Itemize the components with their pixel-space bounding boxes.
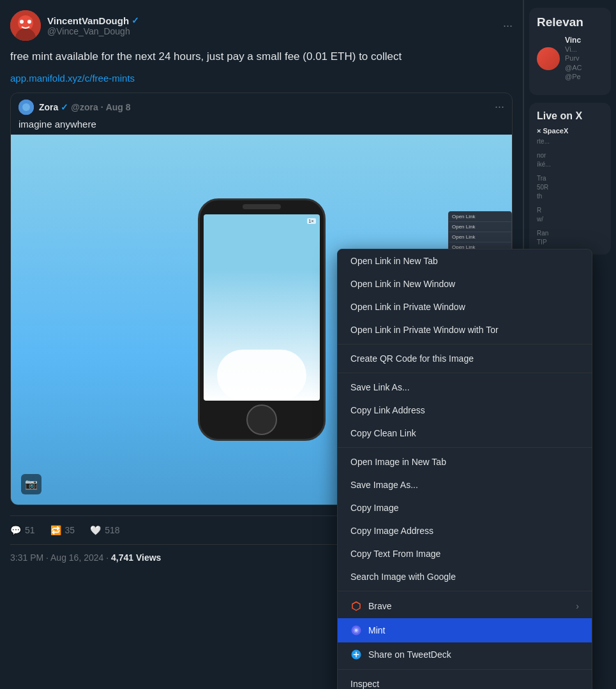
brave-label: Brave bbox=[368, 601, 392, 611]
open-window-label: Open Link in New Window bbox=[350, 279, 455, 289]
quoted-avatar bbox=[19, 100, 34, 115]
retweet-stat[interactable]: 🔁 35 bbox=[50, 525, 75, 535]
separator-1 bbox=[338, 344, 592, 344]
camera-icon: 📷 bbox=[21, 474, 41, 494]
copy-image-address-item[interactable]: Copy Image Address bbox=[338, 519, 592, 542]
separator-3 bbox=[338, 447, 592, 448]
mint-label: Mint bbox=[368, 625, 385, 635]
search-google-label: Search Image with Google bbox=[350, 572, 456, 582]
avatar bbox=[10, 10, 41, 41]
share-tweetdeck-item[interactable]: Share on TweetDeck bbox=[338, 642, 592, 667]
quoted-text: imagine anywhere bbox=[11, 119, 512, 135]
mint-icon bbox=[350, 625, 362, 636]
save-link-label: Save Link As... bbox=[350, 382, 410, 392]
open-new-tab-item[interactable]: Open Link in New Tab bbox=[338, 249, 592, 272]
phone-cloud bbox=[217, 350, 306, 401]
inspect-label: Inspect bbox=[350, 679, 379, 689]
create-qr-item[interactable]: Create QR Code for this Image bbox=[338, 347, 592, 370]
author-info: VincentVanDough ✓ @Vince_Van_Dough bbox=[47, 15, 139, 36]
comment-icon: 💬 bbox=[10, 525, 21, 535]
tweet-header: VincentVanDough ✓ @Vince_Van_Dough ··· bbox=[10, 10, 513, 41]
copy-image-item[interactable]: Copy Image bbox=[338, 496, 592, 519]
open-private-tor-label: Open Link in Private Window with Tor bbox=[350, 325, 499, 335]
phone-bottom bbox=[200, 401, 324, 439]
open-private-label: Open Link in Private Window bbox=[350, 302, 465, 312]
quoted-more-icon[interactable]: ··· bbox=[495, 100, 504, 114]
verified-badge: ✓ bbox=[131, 15, 139, 26]
search-google-item[interactable]: Search Image with Google bbox=[338, 565, 592, 588]
svg-point-3 bbox=[20, 20, 24, 24]
quoted-author-name: Zora ✓ @zora · Aug 8 bbox=[39, 102, 131, 112]
open-private-tor-item[interactable]: Open Link in Private Window with Tor bbox=[338, 318, 592, 341]
svg-point-4 bbox=[27, 20, 31, 24]
quoted-header: Zora ✓ @zora · Aug 8 ··· bbox=[11, 93, 512, 119]
inner-item: Open Link bbox=[449, 222, 511, 232]
tweet-author: VincentVanDough ✓ @Vince_Van_Dough bbox=[10, 10, 139, 41]
save-image-label: Save Image As... bbox=[350, 480, 418, 490]
live-section: Live on X × SpaceX rte... nor íké... Tra… bbox=[529, 103, 611, 255]
inner-item: Open Link bbox=[449, 212, 511, 222]
brave-arrow: › bbox=[576, 601, 579, 611]
separator-2 bbox=[338, 373, 592, 373]
live-item-spacex: × SpaceX bbox=[537, 127, 603, 135]
like-icon: 🤍 bbox=[90, 525, 101, 535]
copy-text-image-item[interactable]: Copy Text From Image bbox=[338, 542, 592, 565]
like-stat[interactable]: 🤍 518 bbox=[90, 525, 119, 535]
author-handle: @Vince_Van_Dough bbox=[47, 26, 139, 36]
open-image-tab-item[interactable]: Open Image in New Tab bbox=[338, 450, 592, 473]
relevant-section: Relevan Vinc Vi... Purv @AC @Pe bbox=[529, 8, 611, 95]
copy-image-address-label: Copy Image Address bbox=[350, 526, 433, 536]
brave-item[interactable]: Brave › bbox=[338, 594, 592, 618]
share-tweetdeck-label: Share on TweetDeck bbox=[368, 649, 451, 660]
copy-link-item[interactable]: Copy Link Address bbox=[338, 399, 592, 422]
separator-4 bbox=[338, 591, 592, 591]
open-private-item[interactable]: Open Link in Private Window bbox=[338, 295, 592, 318]
quoted-verified: ✓ bbox=[61, 102, 68, 112]
svg-point-6 bbox=[22, 103, 30, 111]
copy-clean-item[interactable]: Copy Clean Link bbox=[338, 422, 592, 445]
quoted-author: Zora ✓ @zora · Aug 8 bbox=[19, 100, 131, 115]
open-new-window-item[interactable]: Open Link in New Window bbox=[338, 272, 592, 295]
copy-text-image-label: Copy Text From Image bbox=[350, 549, 440, 559]
comment-stat[interactable]: 💬 51 bbox=[10, 525, 35, 535]
svg-point-9 bbox=[355, 629, 358, 632]
phone-home-button bbox=[246, 404, 277, 435]
more-options-icon[interactable]: ··· bbox=[503, 19, 513, 33]
phone-screen: 1× bbox=[204, 214, 320, 401]
save-image-item[interactable]: Save Image As... bbox=[338, 473, 592, 496]
tweet-text: free mint available for the next 24 hour… bbox=[10, 48, 513, 65]
brave-icon bbox=[350, 600, 362, 612]
sidebar-avatar bbox=[537, 47, 560, 70]
context-menu: Open Link in New Tab Open Link in New Wi… bbox=[337, 249, 592, 689]
separator-5 bbox=[338, 669, 592, 670]
copy-clean-label: Copy Clean Link bbox=[350, 428, 416, 438]
tweetdeck-icon bbox=[350, 649, 362, 660]
relevant-title: Relevan bbox=[537, 15, 603, 29]
retweet-icon: 🔁 bbox=[50, 525, 61, 535]
tweet-link[interactable]: app.manifold.xyz/c/free-mints bbox=[10, 73, 513, 84]
copy-link-label: Copy Link Address bbox=[350, 405, 425, 415]
author-name[interactable]: VincentVanDough ✓ bbox=[47, 15, 139, 26]
inner-item: Open Link bbox=[449, 232, 511, 242]
quoted-date: · bbox=[101, 102, 103, 112]
inspect-item[interactable]: Inspect bbox=[338, 672, 592, 689]
mint-item[interactable]: Mint bbox=[338, 618, 592, 642]
phone-mockup: 1× bbox=[198, 198, 326, 441]
save-link-item[interactable]: Save Link As... bbox=[338, 376, 592, 399]
open-image-tab-label: Open Image in New Tab bbox=[350, 457, 446, 467]
create-qr-label: Create QR Code for this Image bbox=[350, 353, 474, 364]
copy-image-label: Copy Image bbox=[350, 503, 398, 513]
sidebar-user-item: Vinc Vi... Purv @AC @Pe bbox=[537, 36, 603, 81]
open-tab-label: Open Link in New Tab bbox=[350, 256, 438, 266]
live-title: Live on X bbox=[537, 110, 603, 122]
